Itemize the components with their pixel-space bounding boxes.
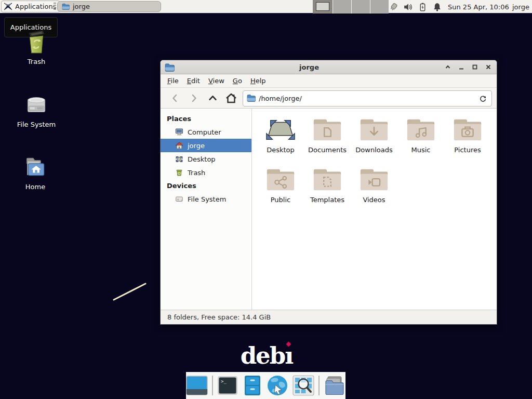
close-icon — [485, 64, 491, 70]
dock-terminal-button[interactable]: >_ — [217, 375, 238, 396]
folder-icon — [62, 3, 70, 10]
sidebar-item-label: Desktop — [188, 155, 216, 163]
desktop-icon-label: File System — [17, 121, 56, 128]
watermark-i: ı — [285, 342, 292, 369]
path-bar — [243, 90, 492, 107]
home-icon — [175, 141, 183, 150]
bottom-dock: >_ — [186, 372, 345, 399]
show-desktop-icon — [186, 376, 208, 395]
menu-file[interactable]: File — [163, 74, 183, 88]
battery-charging-icon[interactable] — [418, 2, 428, 12]
workspace-4[interactable] — [370, 0, 389, 14]
sidebar-item-computer[interactable]: Computer — [161, 125, 251, 139]
folder-pictures-icon — [451, 116, 484, 144]
file-label: Music — [411, 146, 431, 154]
xfce-logo-icon — [4, 2, 12, 11]
menu-edit[interactable]: Edit — [183, 74, 204, 88]
taskbar-item-jorge[interactable]: jorge — [57, 1, 161, 12]
panel-username: jorge — [512, 0, 529, 14]
reload-button[interactable] — [476, 93, 489, 104]
file-label: Documents — [308, 146, 347, 154]
up-button[interactable] — [203, 90, 222, 106]
volume-icon[interactable] — [403, 2, 413, 12]
devices-header: Devices — [161, 179, 251, 192]
dock-app-finder-button[interactable] — [292, 375, 314, 396]
file-item-pictures[interactable]: Pictures — [444, 116, 491, 166]
taskbar-item-label: jorge — [73, 3, 90, 10]
dock-web-browser-button[interactable] — [267, 375, 288, 396]
desktop-icon-home[interactable]: Home — [7, 154, 64, 191]
sidebar-item-label: File System — [188, 195, 226, 203]
window-folder-icon — [165, 63, 175, 72]
file-item-music[interactable]: Music — [397, 116, 444, 166]
maximize-button[interactable] — [471, 63, 479, 71]
app-finder-icon — [292, 375, 314, 396]
workspace-switcher — [313, 0, 389, 14]
toolbar — [161, 88, 497, 109]
drive-small-icon — [175, 195, 183, 203]
file-manager-window: jorge File Edit View Go Help — [160, 60, 497, 325]
window-titlebar[interactable]: jorge — [161, 60, 497, 74]
panel-grip-handle[interactable] — [54, 3, 56, 11]
folder-downloads-icon — [358, 116, 390, 144]
workspace-2[interactable] — [332, 0, 351, 14]
shade-button[interactable] — [444, 63, 452, 71]
file-item-desktop[interactable]: Desktop — [257, 116, 304, 166]
chevron-right-icon — [189, 94, 198, 103]
maximize-icon — [472, 64, 478, 70]
file-grid: Desktop Documents — [252, 109, 497, 310]
chevron-left-icon — [170, 94, 180, 103]
sidebar-item-trash[interactable]: Trash — [161, 166, 251, 179]
ac-adapter-icon[interactable] — [389, 2, 398, 12]
chevron-up-icon — [445, 64, 451, 70]
forward-button[interactable] — [184, 90, 203, 106]
desktop-root: Applications jorge — [0, 0, 532, 399]
directory-folder-icon — [324, 376, 345, 395]
folder-documents-icon — [311, 116, 343, 144]
close-button[interactable] — [484, 63, 493, 71]
workspace-1[interactable] — [313, 0, 332, 14]
sidebar-item-jorge[interactable]: jorge — [161, 139, 251, 152]
places-header: Places — [161, 112, 251, 125]
panel-clock[interactable]: Sun 25 Apr, 10:06 — [448, 0, 509, 14]
applications-button[interactable]: Applications — [1, 1, 60, 12]
terminal-icon: >_ — [217, 376, 238, 395]
statusbar: 8 folders, Free space: 14.4 GiB — [161, 310, 497, 324]
file-item-templates[interactable]: Templates — [304, 166, 351, 216]
window-title: jorge — [175, 63, 444, 71]
desktop-special-icon — [264, 116, 297, 144]
menu-view[interactable]: View — [204, 74, 229, 88]
home-button[interactable] — [222, 90, 241, 106]
trash-small-icon — [175, 168, 183, 177]
file-item-videos[interactable]: Videos — [351, 166, 397, 216]
desktop-icon-label: Trash — [28, 58, 45, 65]
file-label: Pictures — [454, 146, 481, 154]
file-cabinet-icon — [244, 375, 261, 396]
file-label: Desktop — [267, 146, 295, 154]
back-button[interactable] — [166, 90, 184, 106]
dock-directory-button[interactable] — [324, 375, 345, 396]
file-item-public[interactable]: Public — [257, 166, 304, 216]
path-input[interactable] — [243, 90, 492, 107]
menu-help[interactable]: Help — [246, 74, 270, 88]
menu-go[interactable]: Go — [229, 74, 246, 88]
dock-file-manager-button[interactable] — [242, 375, 262, 396]
sidebar-item-desktop[interactable]: Desktop — [161, 152, 251, 166]
top-panel: Applications jorge — [0, 0, 532, 14]
svg-text:>_: >_ — [221, 379, 227, 384]
notifications-bell-icon[interactable] — [432, 2, 442, 12]
file-label: Videos — [363, 196, 385, 204]
harddrive-icon — [23, 91, 49, 117]
workspace-3[interactable] — [351, 0, 370, 14]
sidebar-item-file-system[interactable]: File System — [161, 192, 251, 206]
window-content: Places Computer — [161, 109, 497, 310]
desktop-icon-trash[interactable]: Trash — [8, 29, 65, 65]
minimize-button[interactable] — [457, 63, 466, 71]
desktop-icon-file-system[interactable]: File System — [8, 91, 65, 128]
file-label: Templates — [310, 196, 344, 204]
dock-show-desktop-button[interactable] — [186, 375, 208, 396]
menubar: File Edit View Go Help — [161, 74, 497, 88]
file-item-downloads[interactable]: Downloads — [351, 116, 397, 166]
file-item-documents[interactable]: Documents — [304, 116, 351, 166]
chevron-up-icon — [208, 93, 218, 103]
